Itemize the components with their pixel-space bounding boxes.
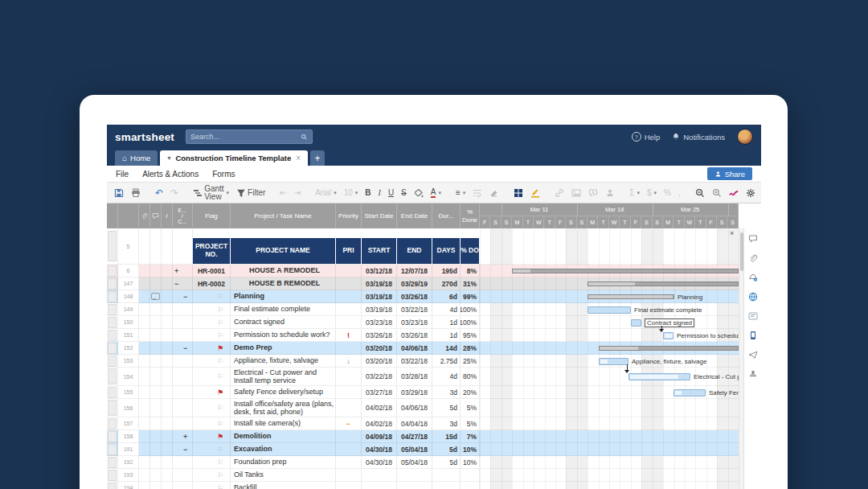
priority-cell[interactable] [336,303,362,316]
task-name-cell[interactable]: Demo Prep [231,342,336,355]
info-cell[interactable] [162,399,173,417]
task-name-cell[interactable]: Appliance, fixture, salvage [231,355,336,368]
start-date-cell[interactable]: 04/02/18 [362,417,397,430]
priority-cell[interactable] [336,277,362,290]
gantt-row[interactable] [480,430,739,443]
column-header-percent-done[interactable]: % Done [461,203,480,228]
start-date-cell[interactable]: 04/30/18 [362,456,397,469]
end-date-cell[interactable]: 04/06/18 [397,342,432,355]
priority-cell[interactable] [336,482,362,489]
flag-icon[interactable]: ⚐ [217,471,223,479]
row-drag-handle[interactable] [108,368,117,384]
column-header-extra[interactable]: E… / C… [173,203,193,228]
column-header-priority[interactable]: Priority [336,203,362,228]
attachment-cell[interactable] [139,469,150,482]
gantt-close-icon[interactable]: × [730,230,734,237]
menu-forms[interactable]: Forms [212,170,235,179]
duration-cell[interactable]: 3d [432,386,461,399]
percent-done-cell[interactable]: 100% [461,303,480,316]
flag-cell[interactable]: HR-0002 [193,277,231,290]
tab-caret-icon[interactable]: ▾ [167,154,170,162]
flag-icon[interactable]: ⚐ [217,372,223,380]
row-drag-handle[interactable] [108,231,117,261]
comment-cell[interactable] [150,456,162,469]
gantt-row[interactable] [480,456,739,469]
column-header-start-date[interactable]: Start Date [362,203,397,228]
row-drag-handle[interactable] [108,291,117,302]
priority-cell[interactable] [336,469,362,482]
priority-cell[interactable]: − [336,417,362,430]
duration-cell[interactable]: 5d [432,399,461,417]
filter-button[interactable]: Filter [236,188,265,198]
row-drag-handle[interactable] [108,355,117,367]
info-cell[interactable] [162,443,173,456]
menu-file[interactable]: File [116,170,129,179]
duration-cell[interactable]: 6d [432,290,461,303]
row-drag-handle[interactable] [108,317,117,328]
flag-cell[interactable]: ⚑ [193,342,231,355]
gantt-row[interactable] [480,265,739,277]
flag-icon[interactable]: ⚐ [217,306,223,314]
panel-attachments-icon[interactable] [748,253,758,263]
start-date-cell[interactable]: 03/23/18 [362,316,397,329]
info-cell[interactable] [162,316,173,329]
gantt-task-bar[interactable] [663,332,674,339]
percent-done-cell[interactable] [461,482,480,489]
gantt-row[interactable]: Contract signed [480,316,739,329]
row-expander[interactable]: − [173,344,187,352]
critical-path-button[interactable] [729,188,739,198]
flag-cell[interactable]: ⚐ [193,482,231,489]
text-color-button[interactable]: A ▾ [431,188,441,198]
task-name-cell[interactable]: Planning [231,290,336,303]
start-date-cell[interactable]: 03/22/18 [362,368,397,386]
flag-icon[interactable]: ⚐ [217,357,223,365]
comment-icon[interactable] [151,293,160,300]
priority-cell[interactable]: ! [336,329,362,342]
percent-done-cell[interactable]: 25% [461,355,480,368]
attachment-cell[interactable] [139,482,150,489]
comment-cell[interactable] [150,430,162,443]
percent-done-cell[interactable]: 20% [461,386,480,399]
start-date-cell[interactable]: 04/30/18 [362,443,397,456]
notifications-button[interactable]: Notifications [672,133,725,142]
priority-cell[interactable] [336,430,362,443]
attachment-cell[interactable] [139,329,150,342]
duration-cell[interactable]: 15d [432,430,461,443]
new-tab-button[interactable]: + [310,150,325,166]
start-date-cell[interactable] [362,482,397,489]
priority-cell[interactable] [336,456,362,469]
attachment-cell[interactable] [139,303,150,316]
bold-button[interactable]: B [365,188,371,197]
row-drag-handle[interactable] [108,265,117,277]
end-date-cell[interactable] [397,469,432,482]
priority-cell[interactable] [336,443,362,456]
comment-cell[interactable] [150,443,162,456]
attachment-cell[interactable] [139,355,150,368]
sheet-column-header-cell[interactable]: % DO [461,238,480,264]
duration-cell[interactable]: 4d [432,303,461,316]
info-cell[interactable] [162,265,173,277]
info-cell[interactable] [162,482,173,489]
row-drag-handle[interactable] [108,387,117,398]
info-cell[interactable] [162,303,173,316]
end-date-cell[interactable]: 03/22/18 [397,355,432,368]
comment-cell[interactable] [150,417,162,430]
percent-done-cell[interactable]: 28% [461,342,480,355]
flag-cell[interactable]: ⚐ [193,417,231,430]
percent-done-cell[interactable]: 31% [461,277,480,290]
end-date-cell[interactable]: 03/28/18 [397,368,432,386]
gantt-summary-bar[interactable] [512,269,739,273]
duration-cell[interactable] [432,482,461,489]
flag-cell[interactable]: ⚐ [193,290,231,303]
clear-format-button[interactable] [489,188,499,198]
info-cell[interactable] [162,469,173,482]
end-date-cell[interactable]: 03/26/18 [397,329,432,342]
italic-button[interactable]: I [379,188,381,197]
percent-done-cell[interactable]: 7% [461,430,480,443]
comment-cell[interactable] [150,386,162,399]
flag-cell[interactable]: ⚐ [193,329,231,342]
strikethrough-button[interactable]: S [401,188,407,197]
start-date-cell[interactable]: 04/02/18 [362,399,397,417]
percent-done-cell[interactable]: 80% [461,368,480,386]
flag-icon[interactable]: ⚐ [217,331,223,339]
